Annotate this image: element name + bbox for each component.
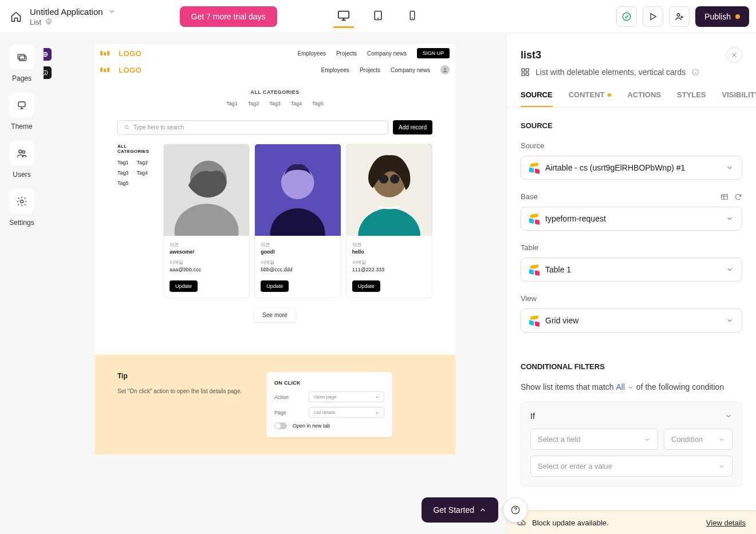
block-badge-2[interactable] bbox=[44, 66, 52, 79]
chevron-down-icon[interactable] bbox=[724, 412, 733, 420]
tag[interactable]: Tag2 bbox=[248, 101, 259, 106]
tip-action-select[interactable]: Open page bbox=[309, 391, 384, 402]
tag[interactable]: Tag4 bbox=[291, 101, 302, 106]
nav-link[interactable]: Company news bbox=[391, 67, 430, 73]
card-label: 의견 bbox=[352, 242, 426, 248]
svg-point-7 bbox=[677, 13, 680, 16]
update-button[interactable]: Update bbox=[261, 280, 289, 292]
see-more-button[interactable]: See more bbox=[254, 308, 295, 322]
collaborators-button[interactable] bbox=[669, 6, 690, 27]
table-icon[interactable] bbox=[720, 193, 729, 201]
tip-page-select[interactable]: List details bbox=[309, 407, 384, 418]
close-icon bbox=[731, 52, 738, 58]
svg-point-12 bbox=[22, 151, 25, 153]
add-record-button[interactable]: Add record bbox=[393, 120, 432, 135]
tab-visibility[interactable]: VISIBILITY bbox=[722, 90, 756, 107]
condition-dropdown[interactable]: Condition bbox=[664, 429, 733, 450]
nav-link[interactable]: Company news bbox=[367, 50, 407, 57]
svg-point-17 bbox=[444, 68, 446, 70]
value-input[interactable]: Select or enter a value bbox=[530, 456, 733, 477]
avatar-icon[interactable] bbox=[440, 65, 450, 74]
signup-button[interactable]: SIGN UP bbox=[417, 48, 450, 58]
view-details-link[interactable]: View details bbox=[706, 519, 746, 527]
card-label: 의견 bbox=[261, 242, 334, 248]
source-select[interactable]: Airtable - cs (usrt9gElRHBOPbWnp) #1 bbox=[521, 156, 742, 180]
device-desktop[interactable] bbox=[333, 5, 354, 28]
right-panel: list3 List with deletable elements, vert… bbox=[506, 33, 756, 534]
preview-button[interactable] bbox=[643, 6, 663, 27]
tip-row-label: Page bbox=[274, 410, 297, 416]
filter-condition-box: If Select a field Condition Select or en… bbox=[521, 402, 742, 486]
match-mode-dropdown[interactable]: All bbox=[616, 382, 634, 391]
select-field-dropdown[interactable]: Select a field bbox=[530, 429, 658, 450]
side-tag[interactable]: Tag5 bbox=[117, 180, 129, 186]
update-button[interactable]: Update bbox=[170, 280, 198, 292]
tab-indicator-dot bbox=[608, 93, 611, 97]
side-cat-title: ALL CATEGORIES bbox=[117, 144, 158, 154]
list-card[interactable]: 의견 hello 이메일 111@222.333 Update bbox=[346, 144, 432, 298]
svg-point-5 bbox=[412, 18, 413, 18]
svg-rect-35 bbox=[722, 194, 728, 199]
chevron-down-icon bbox=[726, 317, 734, 325]
list-card[interactable]: 의견 awesome! 이메일 aaa@bbb.ccc Update bbox=[163, 144, 250, 298]
view-select[interactable]: Grid view bbox=[521, 308, 742, 333]
preview-content: ALL CATEGORIES Tag1 Tag2 Tag3 Tag4 Tag5 … bbox=[94, 78, 455, 343]
chevron-down-icon[interactable] bbox=[108, 7, 116, 15]
publish-indicator-dot bbox=[735, 14, 740, 19]
gear-icon[interactable] bbox=[45, 18, 53, 26]
tip-text: Set "On click" action to open the list d… bbox=[117, 388, 243, 394]
side-tag[interactable]: Tag1 bbox=[117, 160, 129, 165]
home-button[interactable] bbox=[9, 10, 23, 23]
grid-icon bbox=[521, 68, 530, 77]
sidebar-item-pages[interactable]: Pages bbox=[9, 45, 34, 82]
tag[interactable]: Tag1 bbox=[226, 101, 238, 106]
get-started-button[interactable]: Get Started bbox=[422, 497, 498, 523]
tab-content[interactable]: CONTENT bbox=[569, 90, 612, 107]
tip-toggle-label: Open in new tab bbox=[293, 423, 330, 429]
preview-header-public[interactable]: LOGO Employees Projects Company news SIG… bbox=[94, 45, 455, 62]
tip-newtab-toggle[interactable] bbox=[274, 422, 287, 429]
svg-point-18 bbox=[125, 125, 128, 129]
card-image bbox=[346, 144, 432, 236]
preview-header-auth[interactable]: LOGO Employees Projects Company news bbox=[94, 62, 455, 78]
info-icon[interactable] bbox=[691, 68, 699, 76]
nav-link[interactable]: Employees bbox=[321, 67, 349, 73]
tab-actions[interactable]: ACTIONS bbox=[627, 90, 661, 107]
device-mobile[interactable] bbox=[402, 5, 423, 28]
device-tablet[interactable] bbox=[368, 5, 388, 28]
pages-icon bbox=[16, 52, 27, 63]
chevron-up-icon bbox=[479, 506, 487, 514]
svg-point-13 bbox=[21, 200, 23, 203]
publish-button[interactable]: Publish bbox=[695, 6, 749, 27]
base-select[interactable]: typeform-request bbox=[521, 207, 742, 231]
chevron-down-icon bbox=[726, 266, 734, 274]
help-button[interactable] bbox=[503, 497, 528, 523]
refresh-icon[interactable] bbox=[734, 193, 742, 201]
base-label: Base bbox=[521, 192, 538, 201]
validate-button[interactable] bbox=[616, 6, 637, 27]
side-tag[interactable]: Tag4 bbox=[137, 170, 148, 176]
sidebar-item-users[interactable]: Users bbox=[9, 141, 34, 179]
nav-link[interactable]: Projects bbox=[360, 67, 380, 73]
airtable-icon bbox=[529, 163, 540, 172]
sidebar-item-settings[interactable]: Settings bbox=[9, 189, 34, 227]
tag[interactable]: Tag3 bbox=[269, 101, 281, 106]
tab-source[interactable]: SOURCE bbox=[521, 90, 553, 107]
side-tag[interactable]: Tag3 bbox=[117, 170, 129, 176]
nav-link[interactable]: Employees bbox=[297, 50, 325, 57]
search-input[interactable]: Type here to search bbox=[117, 120, 388, 135]
close-button[interactable] bbox=[726, 47, 742, 63]
tab-styles[interactable]: STYLES bbox=[677, 90, 706, 107]
source-section-header: SOURCE bbox=[521, 121, 742, 130]
list-card[interactable]: 의견 good! 이메일 bbb@ccc.ddd Update bbox=[254, 144, 341, 298]
trial-button[interactable]: Get 7 more trial days bbox=[180, 6, 277, 27]
update-button[interactable]: Update bbox=[352, 280, 380, 292]
sidebar-item-theme[interactable]: Theme bbox=[9, 93, 34, 130]
svg-point-3 bbox=[378, 18, 379, 19]
table-select[interactable]: Table 1 bbox=[521, 258, 742, 282]
block-badge-1[interactable] bbox=[44, 48, 52, 61]
card-value: 111@222.333 bbox=[352, 267, 426, 272]
nav-link[interactable]: Projects bbox=[336, 50, 357, 57]
tag[interactable]: Tag5 bbox=[312, 101, 324, 106]
side-tag[interactable]: Tag2 bbox=[137, 160, 148, 165]
